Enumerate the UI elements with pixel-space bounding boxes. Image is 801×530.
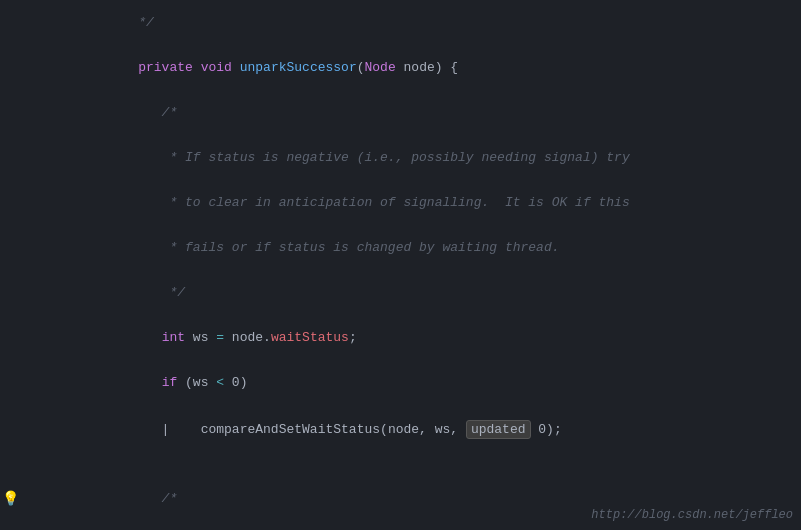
comment-line-4: * If status is negative (i.e., possibly … <box>115 150 630 165</box>
watermark: http://blog.csdn.net/jeffleo <box>591 508 793 522</box>
keyword-int: int <box>162 330 185 345</box>
comment-line-5: * to clear in anticipation of signalling… <box>115 195 630 210</box>
code-line-6: * fails or if status is changed by waiti… <box>0 225 801 270</box>
line-content-9: if (ws < 0) <box>60 360 801 405</box>
var-waitStatus: waitStatus <box>271 330 349 345</box>
line-content-2: private void unparkSuccessor(Node node) … <box>60 45 801 90</box>
line-content-7: */ <box>60 270 801 315</box>
comment-open-12: /* <box>115 491 177 506</box>
gutter-12: 💡 <box>0 490 20 507</box>
bulb-icon[interactable]: 💡 <box>2 490 19 507</box>
keyword-void: void <box>201 60 232 75</box>
indent-2 <box>115 60 138 75</box>
keyword-if: if <box>162 375 178 390</box>
keyword-private: private <box>138 60 193 75</box>
comment-span: */ <box>115 15 154 30</box>
line-content-8: int ws = node.waitStatus; <box>60 315 801 360</box>
line-content-1: */ <box>60 0 801 45</box>
code-line-10: | compareAndSetWaitStatus(node, ws, upda… <box>0 405 801 454</box>
code-editor: */ private void unparkSuccessor(Node nod… <box>0 0 801 530</box>
comment-open: /* <box>115 105 177 120</box>
comment-line-6: * fails or if status is changed by waiti… <box>115 240 560 255</box>
comment-close-7: */ <box>115 285 185 300</box>
line-content-6: * fails or if status is changed by waiti… <box>60 225 801 270</box>
code-line-1: */ <box>0 0 801 45</box>
code-line-3: /* <box>0 90 801 135</box>
line-content-10: | compareAndSetWaitStatus(node, ws, upda… <box>60 405 801 454</box>
code-line-8: int ws = node.waitStatus; <box>0 315 801 360</box>
line-content-13: * Thread to unpark is held in successor,… <box>60 521 801 530</box>
line-content-3: /* <box>60 90 801 135</box>
code-line-7: */ <box>0 270 801 315</box>
type-node: Node <box>365 60 396 75</box>
line-content-5: * to clear in anticipation of signalling… <box>60 180 801 225</box>
code-line-2: private void unparkSuccessor(Node node) … <box>0 45 801 90</box>
line-content-4: * If status is negative (i.e., possibly … <box>60 135 801 180</box>
updated-badge: updated <box>466 420 531 439</box>
code-line-11 <box>0 454 801 476</box>
code-line-4: * If status is negative (i.e., possibly … <box>0 135 801 180</box>
method-name: unparkSuccessor <box>240 60 357 75</box>
code-line-5: * to clear in anticipation of signalling… <box>0 180 801 225</box>
code-line-13: * Thread to unpark is held in successor,… <box>0 521 801 530</box>
code-line-9: if (ws < 0) <box>0 360 801 405</box>
